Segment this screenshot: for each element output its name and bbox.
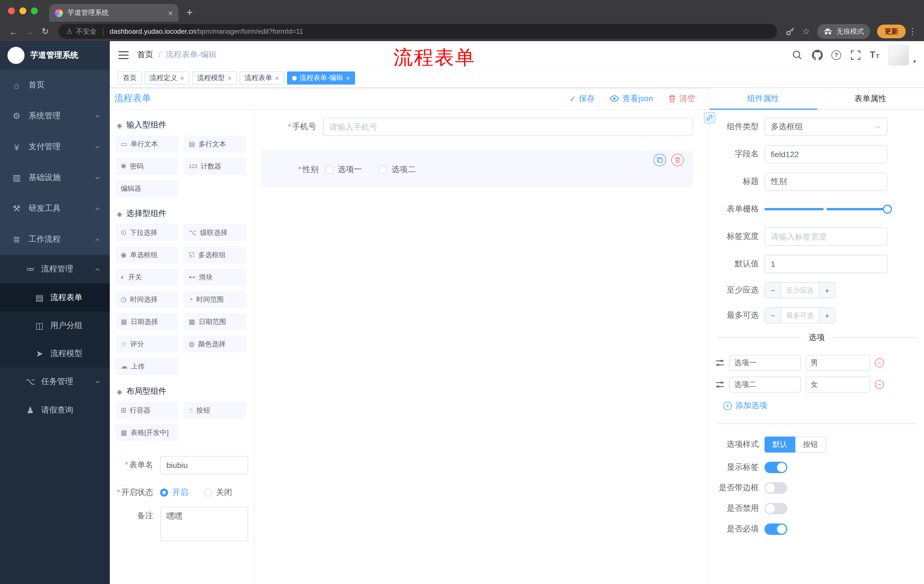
drag-handle-icon[interactable] <box>715 380 724 388</box>
help-icon[interactable]: ? <box>832 50 841 60</box>
palette-item-radio-group[interactable]: ◉单选框组 <box>116 246 178 263</box>
checkbox-option-1[interactable]: 选项一 <box>325 165 362 175</box>
slider-handle[interactable] <box>883 204 892 214</box>
option-value-input[interactable] <box>805 355 870 371</box>
slider-track[interactable] <box>764 208 888 210</box>
palette-item-upload[interactable]: ☁上传 <box>116 358 178 375</box>
address-bar[interactable]: ⚠ 不安全 dashboard.yudao.iocoder.cn/bpm/man… <box>58 24 777 39</box>
palette-item-switch[interactable]: ◐开关 <box>116 268 178 286</box>
fullscreen-icon[interactable] <box>850 49 861 61</box>
style-default-button[interactable]: 默认 <box>764 437 795 452</box>
zoom-window-button[interactable] <box>31 7 38 14</box>
sidebar-item-workflow[interactable]: ≣ 工作流程 <box>0 224 110 255</box>
radio-open[interactable]: 开启 <box>160 487 188 498</box>
clear-button[interactable]: 清空 <box>668 94 695 104</box>
search-icon[interactable] <box>791 49 803 61</box>
sidebar-item-payment[interactable]: ¥ 支付管理 <box>0 132 110 162</box>
link-icon[interactable] <box>704 112 715 123</box>
security-label[interactable]: 不安全 <box>76 26 97 36</box>
hamburger-icon[interactable] <box>110 51 137 59</box>
update-button[interactable]: 更新 <box>877 25 906 38</box>
phone-field[interactable]: *手机号 <box>261 118 693 136</box>
close-icon[interactable]: × <box>228 74 231 81</box>
sidebar-item-leave-query[interactable]: ♟ 请假查询 <box>0 396 110 424</box>
sidebar-item-devtools[interactable]: ⚒ 研发工具 <box>0 193 110 224</box>
option-name-input[interactable] <box>729 355 801 371</box>
disabled-toggle[interactable] <box>764 503 787 514</box>
close-icon[interactable]: × <box>180 74 184 81</box>
reload-icon[interactable]: ↻ <box>38 26 53 36</box>
gender-field-selected[interactable]: *性别 选项一 选项二 <box>261 150 693 188</box>
remove-option-icon[interactable]: − <box>875 380 884 389</box>
palette-item-date-picker[interactable]: ▦日期选择 <box>116 313 178 330</box>
view-json-button[interactable]: 查看json <box>610 94 653 104</box>
font-size-icon[interactable]: T T <box>870 50 879 59</box>
max-select-value[interactable]: 最多可选 <box>781 308 819 323</box>
checkbox-option-2[interactable]: 选项二 <box>379 165 416 175</box>
tag-home[interactable]: 首页 <box>118 71 142 85</box>
sidebar-item-system[interactable]: ⚙ 系统管理 <box>0 100 110 132</box>
palette-item-password[interactable]: ✱密码 <box>116 158 178 175</box>
forward-icon[interactable]: → <box>22 26 36 36</box>
checkbox-box[interactable] <box>379 166 387 174</box>
sidebar-item-process-management[interactable]: ≔ 流程管理 <box>0 255 110 283</box>
sidebar-item-process-form[interactable]: ▤ 流程表单 <box>0 283 110 311</box>
component-type-select[interactable]: 多选框组 <box>764 118 888 136</box>
sidebar-item-task-management[interactable]: ⌥ 任务管理 <box>0 367 110 396</box>
border-toggle[interactable] <box>764 482 787 494</box>
palette-item-table[interactable]: ▦表格[开发中] <box>116 424 178 441</box>
palette-item-counter[interactable]: 123计数器 <box>183 158 246 175</box>
phone-input[interactable] <box>323 118 693 136</box>
palette-item-button[interactable]: ☝按钮 <box>183 402 246 419</box>
form-canvas[interactable]: *手机号 <box>254 110 709 584</box>
palette-item-select[interactable]: ⊙下拉选择 <box>116 224 178 241</box>
tag-process-form[interactable]: 流程表单 × <box>239 71 284 85</box>
checkbox-box[interactable] <box>325 166 333 174</box>
palette-item-editor[interactable]: 编辑器 <box>116 180 178 197</box>
sidebar-item-infrastructure[interactable]: ▥ 基础设施 <box>0 162 110 193</box>
sidebar-item-user-group[interactable]: ◫ 用户分组 <box>0 311 110 339</box>
show-label-toggle[interactable] <box>764 462 787 473</box>
style-button-button[interactable]: 按钮 <box>795 437 826 452</box>
close-icon[interactable]: × <box>275 74 279 81</box>
browser-tab[interactable]: 芋道管理系统 × <box>49 4 178 22</box>
decrease-button[interactable]: − <box>765 283 781 298</box>
default-value-input[interactable] <box>764 255 888 273</box>
label-width-input[interactable] <box>764 227 888 246</box>
palette-item-time-range[interactable]: ◔时间范围 <box>183 291 246 308</box>
palette-item-multi-text[interactable]: ▤多行文本 <box>183 135 246 153</box>
option-name-input[interactable] <box>729 377 801 393</box>
drag-handle-icon[interactable] <box>715 359 724 367</box>
palette-item-slider[interactable]: ⊷滑块 <box>183 268 246 286</box>
minimize-window-button[interactable] <box>20 7 26 14</box>
bookmark-star-icon[interactable]: ☆ <box>799 26 813 36</box>
new-tab-button[interactable]: + <box>186 7 193 18</box>
palette-item-checkbox-group[interactable]: ☑多选框组 <box>183 246 246 263</box>
palette-item-color-picker[interactable]: ◍颜色选择 <box>183 336 246 352</box>
sidebar-logo[interactable]: 芋道管理系统 <box>0 41 110 70</box>
required-toggle[interactable] <box>764 523 787 535</box>
radio-closed[interactable]: 关闭 <box>204 487 232 498</box>
remove-option-icon[interactable]: − <box>875 358 884 367</box>
add-option-button[interactable]: + 添加选项 <box>710 401 924 411</box>
save-button[interactable]: ✓ 保存 <box>569 94 595 104</box>
palette-item-time-picker[interactable]: ◷时间选择 <box>116 291 178 308</box>
palette-item-date-range[interactable]: ▩日期范围 <box>183 313 246 330</box>
palette-item-single-text[interactable]: ▭单行文本 <box>116 135 178 153</box>
decrease-button[interactable]: − <box>765 308 781 323</box>
increase-button[interactable]: + <box>819 308 835 323</box>
tag-process-form-edit[interactable]: 流程表单-编辑 × <box>287 71 355 85</box>
palette-item-cascader[interactable]: ⌥级联选择 <box>183 224 246 241</box>
sidebar-item-process-model[interactable]: ➤ 流程模型 <box>0 339 110 367</box>
copy-field-button[interactable] <box>653 154 666 166</box>
close-icon[interactable]: × <box>346 74 350 81</box>
password-key-icon[interactable] <box>783 27 798 36</box>
back-icon[interactable]: ← <box>6 26 21 36</box>
increase-button[interactable]: + <box>819 283 835 298</box>
user-avatar[interactable] <box>888 44 909 66</box>
form-remark-textarea[interactable]: 嘿嘿 <box>160 507 248 541</box>
tag-process-model[interactable]: 流程模型 × <box>192 71 237 85</box>
palette-item-rate[interactable]: ☆评分 <box>116 336 178 352</box>
grid-slider[interactable] <box>764 200 888 218</box>
min-select-value[interactable]: 至少应选 <box>781 283 819 298</box>
